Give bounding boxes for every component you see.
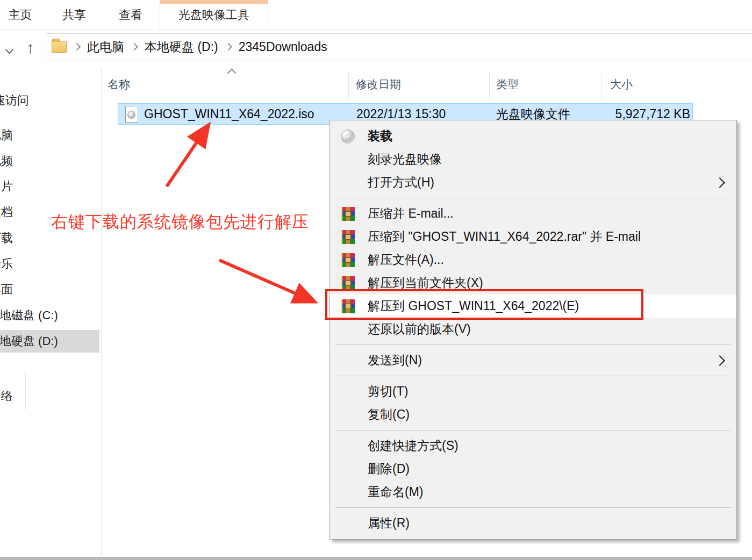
winrar-icon [341,230,368,244]
menu-item-label: 还原以前的版本(V) [368,321,724,338]
menu-item-label: 刻录光盘映像 [368,151,724,168]
menu-separator [335,430,731,430]
sidebar-item-music[interactable]: 音乐 [0,256,13,272]
tab-share[interactable]: 共享 [53,0,96,30]
address-box[interactable]: 此电脑 本地硬盘 (D:) 2345Downloads [46,33,752,60]
winrar-icon [341,253,368,267]
column-divider[interactable] [698,71,698,99]
menu-item-extract-files[interactable]: 解压文件(A)... [330,248,736,271]
explorer-window: { "ribbon": { "tabs": [ {"label": "主页"},… [0,0,752,560]
menu-separator [335,344,731,345]
sidebar-item-local-disk-c[interactable]: 本地磁盘 (C:) [0,307,58,324]
menu-item-open-with[interactable]: 打开方式(H) [330,171,736,194]
submenu-arrow-icon [714,355,725,366]
column-header-type[interactable]: 类型 [496,76,519,92]
annotation-note: 右键下载的系统镜像包先进行解压 [51,211,309,233]
menu-item-label: 复制(C) [368,406,724,423]
annotation-arrow-to-file [167,126,208,186]
breadcrumb-this-pc[interactable]: 此电脑 [87,39,124,55]
column-header-date[interactable]: 修改日期 [356,76,401,92]
menu-item-label: 打开方式(H) [368,174,716,191]
breadcrumb-separator-icon [73,43,81,51]
chevron-down-icon[interactable] [6,45,12,55]
menu-item-delete[interactable]: 删除(D) [330,457,736,480]
breadcrumb-separator-icon [225,43,232,51]
column-divider[interactable] [489,71,490,99]
up-arrow-icon[interactable]: ↑ [26,40,34,56]
tab-view[interactable]: 查看 [109,0,152,30]
sidebar-tree-line [25,373,26,410]
menu-item-restore-previous-versions[interactable]: 还原以前的版本(V) [330,318,736,341]
tab-home[interactable]: 主页 [0,0,40,30]
context-menu: 装载 刻录光盘映像 打开方式(H) 压缩并 E-mail... 压缩到 "GHO… [330,120,737,540]
menu-item-label: 压缩到 "GHOST_WIN11_X64_2022.rar" 并 E-mail [368,228,724,245]
sidebar-divider [101,67,102,556]
sidebar-item-local-disk-d[interactable]: 本地硬盘 (D:) [0,330,58,353]
sidebar-item-desktop[interactable]: 桌面 [0,282,13,298]
annotation-highlight-box [325,289,643,320]
menu-item-send-to[interactable]: 发送到(N) [330,349,736,372]
tab-disc-image-tools[interactable]: 光盘映像工具 [160,0,268,30]
column-divider[interactable] [601,71,602,99]
menu-item-label: 发送到(N) [368,352,716,369]
menu-item-burn-disc-image[interactable]: 刻录光盘映像 [330,148,736,171]
address-bar-row: ↑ 此电脑 本地硬盘 (D:) 2345Downloads [0,30,752,67]
breadcrumb-local-disk-d[interactable]: 本地硬盘 (D:) [145,39,218,55]
menu-item-label: 重命名(M) [368,484,724,500]
menu-item-label: 创建快捷方式(S) [368,437,724,454]
disc-image-file-icon [125,106,138,123]
tab-disc-image-tools-label: 光盘映像工具 [178,7,249,23]
file-name[interactable]: GHOST_WIN11_X64_2022.iso [144,105,314,123]
tab-home-label: 主页 [9,7,32,23]
menu-item-create-shortcut[interactable]: 创建快捷方式(S) [330,434,736,457]
sidebar-item-pictures[interactable]: 图片 [0,178,13,195]
winrar-icon [341,276,368,290]
status-bar [0,557,752,560]
column-header-name[interactable]: 名称 [108,76,130,92]
menu-separator [335,376,731,376]
menu-item-label: 属性(R) [368,515,724,532]
folder-icon [52,41,67,53]
menu-separator [335,507,731,508]
menu-separator [335,198,731,198]
sidebar-item-videos[interactable]: 视频 [0,153,13,169]
menu-item-label: 装载 [368,128,724,145]
submenu-arrow-icon [714,177,725,188]
breadcrumb-2345downloads[interactable]: 2345Downloads [239,40,327,54]
annotation-arrow-to-menu-item [219,260,314,301]
ribbon-tab-bar: 主页 共享 查看 光盘映像工具 [0,0,752,30]
sort-ascending-icon [227,69,237,78]
sidebar-item-downloads[interactable]: 下载 [0,230,13,246]
menu-item-compress-to-rar-and-email[interactable]: 压缩到 "GHOST_WIN11_X64_2022.rar" 并 E-mail [330,225,736,248]
column-divider[interactable] [348,71,349,99]
menu-item-mount[interactable]: 装载 [330,125,736,148]
menu-item-copy[interactable]: 复制(C) [330,403,736,426]
menu-item-label: 解压文件(A)... [368,252,724,268]
sidebar-item-this-pc[interactable]: 电脑 [0,127,13,143]
column-header-size[interactable]: 大小 [610,76,633,92]
menu-item-label: 剪切(T) [368,383,724,400]
sidebar-item-network[interactable]: 网络 [0,388,13,404]
menu-item-rename[interactable]: 重命名(M) [330,480,736,504]
menu-item-label: 删除(D) [368,461,724,477]
menu-item-properties[interactable]: 属性(R) [330,512,736,535]
tab-view-label: 查看 [119,7,142,23]
breadcrumb-separator-icon [131,43,138,51]
menu-item-compress-and-email[interactable]: 压缩并 E-mail... [330,202,736,225]
sidebar-item-quick-access[interactable]: 速访问 [0,92,29,109]
winrar-icon [341,207,368,221]
tab-share-label: 共享 [62,7,86,23]
menu-item-cut[interactable]: 剪切(T) [330,380,736,403]
disc-icon [341,130,368,143]
sidebar-item-documents[interactable]: 文档 [0,204,13,220]
menu-item-label: 压缩并 E-mail... [368,205,724,222]
